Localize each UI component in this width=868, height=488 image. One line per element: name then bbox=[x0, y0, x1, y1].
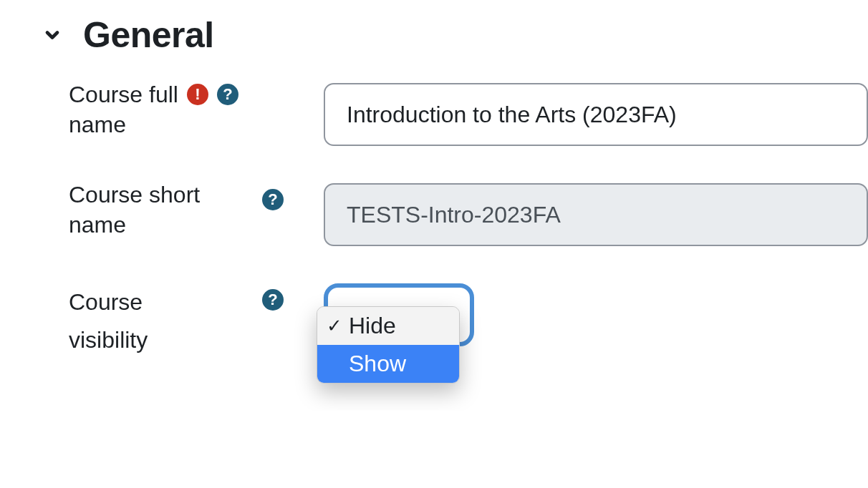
visibility-option-hide[interactable]: ✓ Hide bbox=[317, 307, 459, 345]
label-course-visibility-1: Course bbox=[69, 283, 284, 321]
option-label: Show bbox=[349, 351, 406, 377]
section-title: General bbox=[83, 14, 214, 56]
label-course-visibility-2: visibility bbox=[69, 321, 284, 359]
label-course-short-name-1: Course short bbox=[69, 183, 200, 206]
label-course-short-name-2: name bbox=[69, 206, 284, 244]
required-icon: ! bbox=[187, 84, 208, 105]
course-full-name-input[interactable] bbox=[324, 83, 868, 146]
row-course-visibility: Course visibility ? ✓ Hide Show bbox=[69, 283, 868, 359]
label-course-full-name-2: name bbox=[69, 106, 284, 144]
visibility-dropdown-menu: ✓ Hide Show bbox=[317, 306, 460, 384]
check-icon: ✓ bbox=[326, 315, 343, 337]
option-label: Hide bbox=[349, 313, 396, 339]
course-short-name-input[interactable] bbox=[324, 183, 868, 246]
help-icon[interactable]: ? bbox=[262, 189, 284, 210]
label-course-full-name-1: Course full bbox=[69, 83, 178, 106]
chevron-down-icon[interactable] bbox=[42, 24, 63, 46]
help-icon[interactable]: ? bbox=[262, 289, 284, 311]
row-course-full-name: Course full ! ? name bbox=[69, 83, 868, 146]
row-course-short-name: Course short name ? bbox=[69, 183, 868, 246]
section-header-general[interactable]: General bbox=[42, 14, 868, 56]
help-icon[interactable]: ? bbox=[217, 84, 238, 105]
visibility-option-show[interactable]: Show bbox=[317, 345, 459, 383]
